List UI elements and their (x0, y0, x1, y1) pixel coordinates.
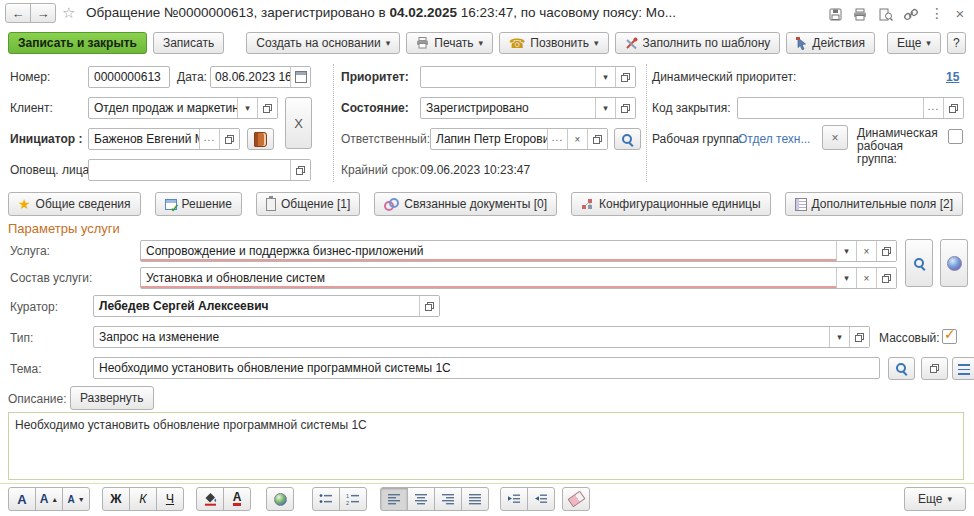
close-code-field[interactable]: ... (737, 97, 964, 119)
font-button[interactable]: A (8, 487, 36, 511)
choose-button[interactable]: ... (547, 129, 567, 149)
numbered-list-button[interactable]: 12 (339, 487, 367, 511)
dropdown-button[interactable]: ▾ (595, 98, 615, 118)
clear-client-button[interactable]: X (285, 97, 312, 149)
type-field[interactable]: Запрос на изменение ▾ (93, 326, 870, 348)
description-textarea[interactable]: Необходимо установить обновление програм… (8, 412, 964, 480)
font-decrease-button[interactable]: A▼ (62, 487, 90, 511)
number-field[interactable]: 0000000613 (88, 66, 170, 88)
expand-description-button[interactable]: Развернуть (70, 386, 154, 410)
dropdown-button[interactable]: ▾ (595, 67, 615, 87)
underline-button[interactable]: Ч (156, 487, 184, 511)
service-composition-field[interactable]: Установка и обновление систем ▾ × (140, 267, 897, 289)
call-button[interactable]: ☎ Позвонить▾ (499, 32, 608, 54)
fill-by-template-button[interactable]: Заполнить по шаблону (615, 32, 781, 54)
notify-persons-field[interactable] (88, 159, 311, 181)
dropdown-button[interactable]: ▾ (836, 268, 856, 288)
print-button[interactable]: Печать▾ (406, 32, 493, 54)
open-subject-button[interactable] (921, 357, 948, 380)
open-button[interactable] (587, 129, 607, 149)
curator-field[interactable]: Лебедев Сергей Алексеевич (93, 295, 440, 317)
align-justify-button[interactable] (461, 487, 489, 511)
choose-button[interactable]: ... (199, 129, 219, 149)
highlight-color-button[interactable] (196, 487, 224, 511)
insert-link-button[interactable] (266, 487, 294, 511)
priority-field[interactable]: ▾ (420, 66, 636, 88)
dropdown-button[interactable]: ▾ (836, 241, 856, 261)
italic-button[interactable]: К (129, 487, 157, 511)
clear-workgroup-button[interactable]: × (822, 125, 848, 150)
bold-button[interactable]: Ж (102, 487, 130, 511)
align-right-button[interactable] (434, 487, 462, 511)
open-button[interactable] (419, 296, 439, 316)
clear-icon: × (575, 134, 581, 145)
help-button[interactable]: ? (947, 32, 966, 54)
clear-format-button[interactable] (562, 487, 590, 511)
clear-button[interactable]: × (856, 241, 876, 261)
choose-button[interactable]: ... (923, 98, 943, 118)
tab-general[interactable]: ★Общие сведения (8, 192, 141, 216)
expand-description-label: Развернуть (80, 391, 144, 405)
find-service-button[interactable] (905, 239, 933, 287)
date-field[interactable]: 08.06.2023 16:2: (210, 66, 311, 88)
open-button[interactable] (257, 98, 277, 118)
address-book-button[interactable] (247, 128, 274, 150)
more-button[interactable]: Еще▾ (887, 32, 941, 54)
print-icon[interactable] (849, 5, 871, 23)
format-more-button[interactable]: Еще▾ (904, 487, 966, 511)
more-dots-icon[interactable]: ⋮ (926, 4, 948, 22)
subject-field[interactable]: Необходимо установить обновление програм… (93, 357, 880, 379)
indent-decrease-button[interactable] (527, 487, 555, 511)
indent-increase-button[interactable] (500, 487, 528, 511)
dynamic-priority-value-link[interactable]: 15 (946, 70, 959, 84)
tab-extra-fields[interactable]: Дополнительные поля [2] (785, 192, 963, 216)
open-button[interactable] (290, 160, 310, 180)
font-increase-button[interactable]: A▲ (35, 487, 63, 511)
find-responsible-button[interactable] (614, 128, 641, 150)
link-icon[interactable] (900, 5, 922, 23)
clear-button[interactable]: × (856, 268, 876, 288)
open-button[interactable] (219, 129, 239, 149)
preview-icon[interactable] (875, 5, 897, 23)
service-catalog-button[interactable] (940, 239, 968, 287)
client-field[interactable]: Отдел продаж и маркетинга ▾ (88, 97, 278, 119)
down-mark-icon: ▼ (78, 496, 85, 503)
close-window-icon[interactable]: × (949, 4, 971, 22)
align-center-button[interactable] (407, 487, 435, 511)
responsible-field[interactable]: Лапин Петр Егорович ... × (430, 128, 608, 150)
mass-checkbox[interactable]: ✓ (942, 329, 957, 344)
font-color-button[interactable]: A (223, 487, 251, 511)
tab-communication[interactable]: Общение [1] (256, 192, 360, 216)
tab-solution[interactable]: ✓Решение (155, 192, 242, 216)
open-button[interactable] (876, 268, 896, 288)
subject-list-button[interactable] (952, 357, 974, 380)
open-button[interactable] (615, 67, 635, 87)
align-left-button[interactable] (380, 487, 408, 511)
back-button[interactable]: ← (5, 3, 31, 23)
calendar-button[interactable] (290, 67, 310, 87)
dynamic-workgroup-checkbox[interactable] (948, 129, 963, 144)
find-subject-button[interactable] (888, 357, 915, 380)
dropdown-button[interactable]: ▾ (237, 98, 257, 118)
create-based-on-button[interactable]: Создать на основании▾ (246, 32, 400, 54)
save-and-close-button[interactable]: Записать и закрыть (8, 32, 147, 54)
tab-configuration-units[interactable]: Конфигурационные единицы (571, 192, 771, 216)
favorite-star-icon[interactable]: ☆ (62, 4, 75, 22)
bulleted-list-button[interactable] (312, 487, 340, 511)
actions-button[interactable]: Действия (786, 32, 875, 54)
state-field[interactable]: Зарегистрировано ▾ (420, 97, 636, 119)
open-button[interactable] (876, 241, 896, 261)
save-icon[interactable] (824, 5, 846, 23)
open-button[interactable] (615, 98, 635, 118)
initiator-field[interactable]: Баженов Евгений Мак ... (88, 128, 240, 150)
forward-button[interactable]: → (30, 3, 56, 23)
subject-value: Необходимо установить обновление програм… (94, 358, 879, 378)
dropdown-button[interactable]: ▾ (829, 327, 849, 347)
open-button[interactable] (849, 327, 869, 347)
tab-linked-documents[interactable]: Связанные документы [0] (374, 192, 557, 216)
workgroup-value-link[interactable]: Отдел техн... (738, 132, 810, 146)
save-button[interactable]: Записать (153, 32, 224, 54)
clear-button[interactable]: × (567, 129, 587, 149)
open-button[interactable] (943, 98, 963, 118)
service-field[interactable]: Сопровождение и поддержка бизнес-приложе… (140, 240, 897, 262)
